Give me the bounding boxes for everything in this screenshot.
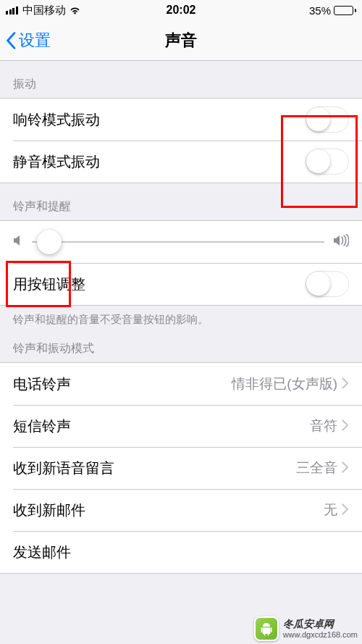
back-label: 设置 [19, 30, 51, 51]
android-icon [254, 616, 279, 641]
watermark-url: www.dgxcdz168.com [283, 630, 358, 639]
row-change-with-buttons[interactable]: 用按钮调整 [0, 263, 362, 305]
chevron-right-icon [342, 502, 349, 519]
slider-thumb[interactable] [37, 230, 62, 254]
toggle-change-with-buttons[interactable] [306, 271, 349, 297]
battery-icon [334, 6, 356, 15]
watermark: 冬瓜安卓网 www.dgxcdz168.com [254, 616, 358, 641]
battery-pct: 35% [309, 4, 331, 17]
chevron-right-icon [342, 376, 349, 393]
chevron-right-icon [342, 460, 349, 477]
status-right: 35% [309, 4, 356, 17]
row-value: 情非得已(女声版) [232, 375, 337, 393]
section-header-ringer: 铃声和提醒 [0, 183, 362, 220]
back-button[interactable]: 设置 [0, 30, 51, 51]
carrier-label: 中国移动 [22, 4, 66, 17]
row-label: 用按钮调整 [13, 275, 306, 294]
status-left: 中国移动 [6, 4, 81, 17]
row-label: 短信铃声 [13, 417, 310, 436]
page-title: 声音 [0, 30, 362, 51]
nav-bar: 设置 声音 [0, 20, 362, 61]
group-ringer: 用按钮调整 [0, 220, 362, 306]
row-new-mail[interactable]: 收到新邮件 无 [0, 489, 362, 531]
row-label: 收到新语音留言 [13, 459, 296, 478]
section-header-vibration: 振动 [0, 61, 362, 98]
row-value: 音符 [310, 417, 337, 435]
row-label: 电话铃声 [13, 375, 232, 394]
row-label: 发送邮件 [13, 543, 345, 562]
section-footer-ringer: 铃声和提醒的音量不受音量按钮的影响。 [0, 306, 362, 330]
chevron-left-icon [6, 32, 16, 49]
status-bar: 中国移动 20:02 35% [0, 0, 362, 20]
row-new-voicemail[interactable]: 收到新语音留言 三全音 [0, 447, 362, 489]
volume-low-icon [13, 234, 23, 251]
signal-icon [6, 7, 18, 14]
wifi-icon [69, 4, 81, 17]
row-silent-vibrate[interactable]: 静音模式振动 [0, 141, 362, 183]
row-volume-slider[interactable] [0, 221, 362, 263]
toggle-silent-vibrate[interactable] [306, 149, 349, 175]
row-value: 三全音 [296, 459, 337, 477]
row-sent-mail[interactable]: 发送邮件 [0, 531, 362, 573]
row-ring-vibrate[interactable]: 响铃模式振动 [0, 99, 362, 141]
row-value: 无 [324, 501, 337, 519]
volume-slider[interactable] [32, 241, 324, 243]
row-label: 收到新邮件 [13, 501, 324, 520]
row-label: 响铃模式振动 [13, 110, 306, 130]
group-sounds: 电话铃声 情非得已(女声版) 短信铃声 音符 收到新语音留言 三全音 收到新邮件… [0, 362, 362, 574]
row-text-tone[interactable]: 短信铃声 音符 [0, 405, 362, 447]
volume-high-icon [333, 234, 349, 251]
group-vibration: 响铃模式振动 静音模式振动 [0, 98, 362, 183]
toggle-ring-vibrate[interactable] [306, 106, 349, 133]
section-header-sounds: 铃声和振动模式 [0, 330, 362, 362]
watermark-name: 冬瓜安卓网 [283, 619, 358, 630]
row-label: 静音模式振动 [13, 152, 306, 172]
chevron-right-icon [342, 418, 349, 435]
row-ringtone[interactable]: 电话铃声 情非得已(女声版) [0, 363, 362, 405]
